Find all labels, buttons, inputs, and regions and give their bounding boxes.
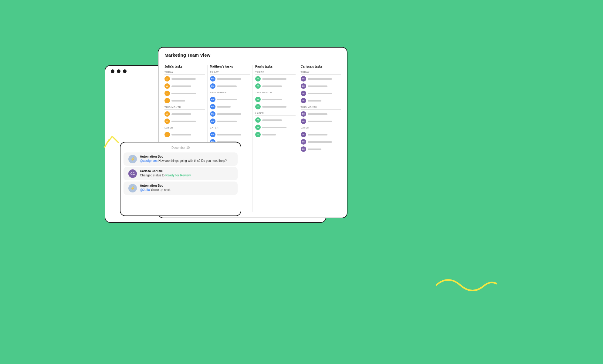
- task-bar: [308, 113, 327, 115]
- task-item: PP: [255, 132, 296, 137]
- section-label-julia-THIS MONTH: THIS MONTH: [164, 106, 205, 110]
- task-item: JJ: [164, 98, 205, 103]
- col-header-carissa: Carissa's tasks: [301, 65, 341, 68]
- section-label-julia-TODAY: TODAY: [164, 71, 205, 75]
- chat-message-3: ⚡ Automation Bot @Julia You're up next.: [124, 182, 238, 195]
- task-item: CC: [301, 91, 341, 96]
- task-avatar-paul: PP: [255, 83, 261, 89]
- chat-date: December 10: [120, 142, 241, 151]
- task-avatar-paul: PP: [255, 125, 261, 130]
- main-window-header: Marketing Team View: [158, 48, 347, 61]
- task-bar: [171, 113, 191, 115]
- task-item: JJ: [164, 111, 205, 117]
- task-item: MM: [210, 104, 250, 109]
- task-item: CC: [301, 132, 341, 137]
- task-avatar-paul: PP: [255, 104, 261, 109]
- task-avatar-julia: JJ: [164, 76, 170, 82]
- task-column-carissa: Carissa's tasksTODAYCCCCCCCCTHIS MONTHCC…: [298, 65, 344, 212]
- task-bar: [262, 99, 282, 100]
- chat-sender-2: Carissa Carlisle: [140, 169, 233, 173]
- task-item: PP: [255, 117, 296, 123]
- status-badge: Ready for Review: [165, 174, 191, 177]
- task-bar: [171, 85, 191, 87]
- task-avatar-matthew: MM: [210, 76, 215, 82]
- deco-wave-icon: [436, 273, 497, 297]
- carissa-avatar: CC: [128, 169, 137, 178]
- task-bar: [171, 134, 191, 135]
- task-bar: [262, 127, 286, 128]
- task-bar: [262, 134, 276, 135]
- window-dot-3: [123, 69, 127, 73]
- svg-line-2: [105, 139, 109, 147]
- task-bar: [217, 99, 237, 100]
- task-avatar-julia: JJ: [164, 119, 170, 124]
- task-bar: [217, 85, 237, 87]
- task-avatar-carissa: CC: [301, 83, 306, 89]
- deco-lines-icon: [103, 136, 121, 155]
- task-item: MM: [210, 132, 250, 137]
- task-avatar-julia: JJ: [164, 91, 170, 96]
- task-bar: [308, 149, 321, 150]
- task-avatar-matthew: MM: [210, 97, 215, 102]
- task-bar: [262, 106, 286, 108]
- task-avatar-matthew: MM: [210, 132, 215, 137]
- task-bar: [308, 100, 321, 102]
- task-avatar-matthew: MM: [210, 111, 215, 117]
- section-label-julia-LATER: LATER: [164, 126, 205, 130]
- task-item: PP: [255, 125, 296, 130]
- main-window-title: Marketing Team View: [164, 52, 210, 58]
- chat-text-2: Changed status to Ready for Review: [140, 173, 233, 178]
- col-header-julia: Julia's tasks: [164, 65, 205, 68]
- task-avatar-carissa: CC: [301, 146, 306, 152]
- section-label-carissa-THIS MONTH: THIS MONTH: [301, 106, 341, 110]
- task-avatar-carissa: CC: [301, 98, 306, 103]
- section-label-matthew-THIS MONTH: THIS MONTH: [210, 91, 250, 95]
- section-label-carissa-LATER: LATER: [301, 126, 341, 130]
- task-avatar-julia: JJ: [164, 83, 170, 89]
- task-avatar-paul: PP: [255, 132, 261, 137]
- task-item: CC: [301, 139, 341, 145]
- task-column-paul: Paul's tasksTODAYPPPPTHIS MONTHPPPPLATER…: [253, 65, 298, 212]
- task-bar: [171, 93, 196, 94]
- chat-sender-3: Automation Bot: [140, 184, 233, 187]
- task-bar: [262, 85, 282, 87]
- section-label-matthew-TODAY: TODAY: [210, 71, 250, 75]
- task-bar: [171, 121, 196, 122]
- task-item: JJ: [164, 76, 205, 82]
- mention-julia: @Julia: [140, 188, 150, 192]
- section-label-paul-TODAY: TODAY: [255, 71, 296, 75]
- task-bar: [217, 121, 237, 122]
- task-bar: [262, 78, 286, 80]
- task-avatar-paul: PP: [255, 76, 261, 82]
- task-avatar-paul: PP: [255, 117, 261, 123]
- task-bar: [171, 78, 196, 80]
- task-item: PP: [255, 83, 296, 89]
- window-dot-2: [117, 69, 120, 73]
- section-label-carissa-TODAY: TODAY: [301, 71, 341, 75]
- task-avatar-matthew: MM: [210, 83, 215, 89]
- window-dot-1: [111, 69, 114, 73]
- task-avatar-carissa: CC: [301, 111, 306, 117]
- task-bar: [262, 119, 282, 121]
- task-avatar-julia: JJ: [164, 98, 170, 103]
- task-item: JJ: [164, 132, 205, 137]
- chat-sender-1: Automation Bot: [140, 155, 233, 158]
- chat-content-2: Carissa Carlisle Changed status to Ready…: [140, 169, 233, 178]
- task-avatar-paul: PP: [255, 97, 261, 102]
- task-item: PP: [255, 104, 296, 109]
- mention-assignees: @assignees: [140, 159, 158, 162]
- task-bar: [308, 78, 332, 80]
- task-item: CC: [301, 119, 341, 124]
- task-item: CC: [301, 111, 341, 117]
- col-header-paul: Paul's tasks: [255, 65, 296, 68]
- task-item: CC: [301, 146, 341, 152]
- task-item: MM: [210, 111, 250, 117]
- task-bar: [308, 134, 327, 135]
- task-bar: [308, 93, 332, 94]
- task-item: MM: [210, 119, 250, 124]
- svg-line-1: [112, 136, 118, 142]
- task-avatar-carissa: CC: [301, 119, 306, 124]
- task-avatar-julia: JJ: [164, 132, 170, 137]
- task-item: CC: [301, 83, 341, 89]
- task-avatar-carissa: CC: [301, 76, 306, 82]
